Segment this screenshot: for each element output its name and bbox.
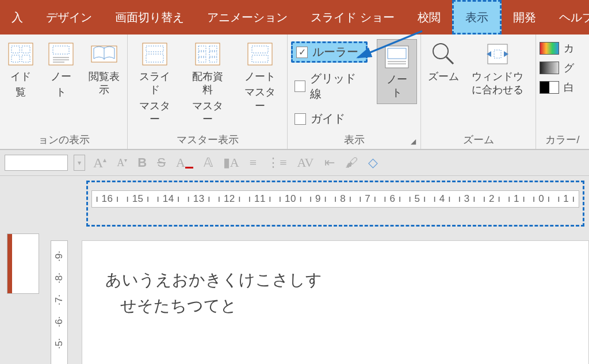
- ruler-tick: ı 1 ı: [508, 193, 526, 205]
- btn-lbl: マスター: [240, 86, 280, 113]
- decrease-font-icon[interactable]: A▾: [114, 157, 129, 169]
- ruler-tick: ı 0 ı: [533, 193, 550, 205]
- ruler-tick: ı 4 ı: [433, 193, 451, 205]
- fit-window-icon: [484, 40, 511, 68]
- slide-master-icon: [141, 40, 169, 68]
- fit-lbl: ウィンドウ に合わせる: [472, 70, 523, 97]
- bold-icon[interactable]: B: [135, 155, 149, 170]
- vruler-tick: ·5·: [53, 329, 65, 349]
- group-label-color: カラー/: [540, 132, 586, 147]
- slide-text-line1[interactable]: あいうえおかきくけこさしす: [105, 267, 565, 293]
- font-size-dropdown[interactable]: ▾: [74, 155, 85, 171]
- slide-sorter-icon: [7, 40, 35, 68]
- color-button[interactable]: カ: [540, 41, 574, 55]
- group-label-pres-views: ョンの表示: [3, 132, 124, 147]
- btn-lbl: マスター: [135, 99, 175, 127]
- ruler-tick: ı 11 ı: [248, 193, 272, 205]
- bw-swatch-icon: [540, 81, 559, 94]
- zoom-lbl: ズーム: [428, 70, 459, 83]
- guides-label: ガイド: [311, 111, 345, 127]
- btn-lbl: 覧: [16, 86, 26, 99]
- horizontal-ruler[interactable]: ı 16 ıı 15 ıı 14 ıı 13 ıı 12 ıı 11 ıı 10…: [91, 190, 579, 208]
- increase-font-icon[interactable]: A▴: [91, 155, 109, 171]
- ruler-tick: ı 6 ı: [384, 193, 401, 205]
- ruler-label: ルーラー: [312, 44, 358, 60]
- slide-sorter-button[interactable]: イド 覧: [3, 39, 38, 101]
- shapes-icon[interactable]: ◇: [366, 155, 380, 170]
- ruler-tick: ı 1 ı: [557, 193, 575, 205]
- tab-animations[interactable]: アニメーション: [196, 0, 299, 35]
- btn-lbl: スライド: [135, 70, 175, 97]
- checkbox-checked-icon: [296, 47, 308, 58]
- align-icon[interactable]: ≡: [247, 155, 259, 170]
- bullets-icon[interactable]: ⋮≡: [265, 155, 289, 170]
- grayscale-button[interactable]: グ: [540, 61, 574, 75]
- vertical-ruler[interactable]: ·9··8··7··6··5·: [51, 240, 68, 364]
- blackwhite-button[interactable]: 白: [540, 81, 574, 94]
- btn-lbl: ト: [56, 86, 66, 99]
- btn-lbl: 配布資料: [188, 70, 228, 97]
- zoom-button[interactable]: ズーム: [424, 39, 462, 85]
- group-label-zoom: ズーム: [424, 132, 532, 147]
- group-label-master: マスター表示: [131, 132, 284, 147]
- tab-review[interactable]: 校閲: [406, 0, 452, 35]
- notes-page-icon: [47, 40, 75, 68]
- ruler-tick: ı 8 ı: [334, 193, 352, 205]
- vruler-tick: ·7·: [53, 286, 65, 305]
- reading-view-button[interactable]: 閲覧表示: [84, 39, 124, 98]
- slide-text-line2[interactable]: せそたちつてと: [105, 293, 565, 319]
- slide-thumbnail-1[interactable]: [7, 233, 39, 294]
- indent-icon[interactable]: ⇤: [322, 155, 337, 170]
- font-name-combo[interactable]: [5, 155, 68, 171]
- tab-view[interactable]: 表示: [452, 0, 502, 35]
- handout-master-button[interactable]: 配布資料 マスター: [184, 39, 231, 128]
- svg-rect-16: [196, 43, 220, 65]
- svg-point-30: [433, 44, 448, 59]
- fit-window-button[interactable]: ウィンドウ に合わせる: [468, 39, 527, 98]
- dialog-launcher-icon[interactable]: ◢: [411, 137, 416, 145]
- ruler-checkbox[interactable]: ルーラー: [291, 41, 368, 63]
- font-color-icon[interactable]: A: [174, 155, 196, 170]
- mini-toolbar: ▾ A▴ A▾ B S A 𝔸 ▮A ≡ ⋮≡ AV ⇤ 🖌 ◇: [0, 150, 589, 176]
- ribbon-tabs: 入 デザイン 画面切り替え アニメーション スライド ショー 校閲 表示 開発 …: [0, 0, 589, 35]
- ruler-tick: ı 13 ı: [187, 193, 211, 205]
- ruler-tick: ı 16 ı: [95, 193, 119, 205]
- btn-lbl: ノート: [244, 70, 276, 83]
- svg-rect-1: [9, 43, 33, 65]
- color-lbl: カ: [564, 41, 574, 55]
- slide-thumbnail-pane[interactable]: [0, 227, 46, 364]
- zoom-icon: [430, 40, 457, 68]
- notes-master-button[interactable]: ノート マスター: [236, 39, 284, 114]
- ribbon: イド 覧 ノー ト 閲覧表示 ョンの表示 スライド マスター: [0, 35, 589, 150]
- tab-insert[interactable]: 入: [0, 0, 35, 35]
- notes-pane-button[interactable]: ノー ト: [377, 39, 417, 104]
- gridlines-label: グリッド線: [310, 71, 364, 102]
- tab-help[interactable]: ヘルプ: [548, 0, 589, 35]
- text-effects-icon[interactable]: 𝔸: [201, 155, 215, 170]
- spacing-icon[interactable]: AV: [295, 155, 316, 170]
- tab-design[interactable]: デザイン: [35, 0, 104, 35]
- guides-checkbox[interactable]: ガイド: [291, 110, 368, 128]
- notes-lbl: ノー ト: [387, 73, 407, 100]
- slide-master-button[interactable]: スライド マスター: [131, 39, 178, 128]
- vruler-tick: ·6·: [53, 308, 65, 327]
- checkbox-icon: [294, 81, 305, 92]
- slide-canvas[interactable]: あいうえおかきくけこさしす せそたちつてと: [82, 240, 589, 364]
- gridlines-checkbox[interactable]: グリッド線: [291, 70, 368, 103]
- checkbox-icon: [294, 113, 306, 125]
- strike-icon[interactable]: S: [155, 155, 168, 170]
- grayscale-swatch-icon: [540, 62, 559, 74]
- highlight-icon[interactable]: ▮A: [221, 155, 242, 170]
- btn-lbl: イド: [10, 70, 31, 83]
- svg-rect-23: [248, 43, 272, 65]
- reading-view-icon: [90, 40, 118, 68]
- tab-developer[interactable]: 開発: [502, 0, 548, 35]
- notes-page-button[interactable]: ノー ト: [44, 39, 78, 101]
- btn-lbl: マスター: [188, 99, 228, 127]
- format-painter-icon[interactable]: 🖌: [343, 155, 360, 170]
- tab-transitions[interactable]: 画面切り替え: [104, 0, 196, 35]
- grayscale-lbl: グ: [564, 61, 574, 75]
- btn-lbl: 閲覧表示: [87, 70, 120, 97]
- tab-slideshow[interactable]: スライド ショー: [299, 0, 406, 35]
- ruler-tick: ı 9 ı: [309, 193, 327, 205]
